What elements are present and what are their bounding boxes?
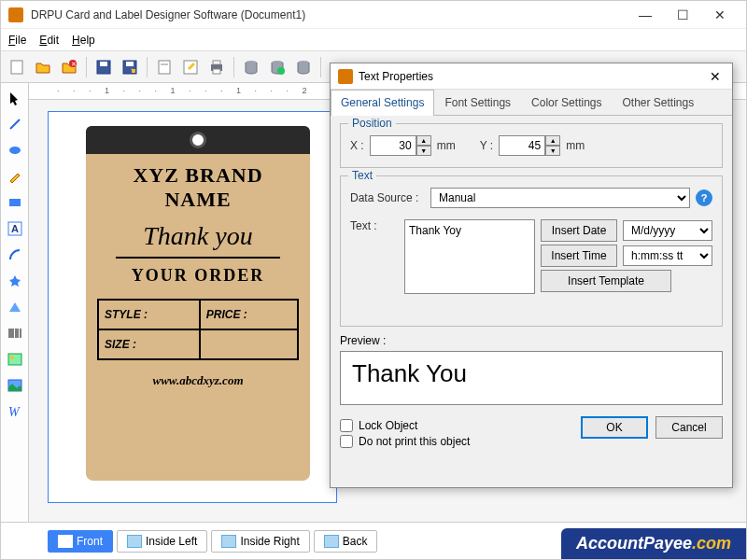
app-icon: [8, 7, 23, 22]
y-unit: mm: [566, 139, 585, 152]
watermark: AccountPayee.com: [561, 528, 746, 559]
database-add-icon[interactable]: [265, 55, 289, 79]
menu-help[interactable]: Help: [72, 34, 95, 47]
svg-point-29: [10, 356, 14, 359]
tag-style-cell: STYLE :: [98, 300, 200, 329]
tab-color-settings[interactable]: Color Settings: [521, 90, 612, 115]
menu-file[interactable]: File: [8, 34, 26, 47]
tag-brand-text[interactable]: XYZ BRAND NAME: [97, 163, 299, 212]
x-input[interactable]: [370, 135, 416, 156]
time-format-select[interactable]: h:mm:ss tt: [623, 245, 712, 266]
dialog-body: Position X : ▲▼ mm Y : ▲▼ mm Text D: [331, 116, 732, 487]
no-print-checkbox[interactable]: [340, 435, 353, 448]
tab-back[interactable]: Back: [314, 530, 378, 553]
close-button[interactable]: ✕: [701, 2, 739, 28]
wordart-icon[interactable]: W: [4, 400, 26, 423]
tag-empty-cell: [200, 329, 298, 359]
x-unit: mm: [437, 139, 456, 152]
pencil-icon[interactable]: [4, 165, 26, 188]
triangle-icon[interactable]: [4, 296, 26, 318]
design-canvas[interactable]: XYZ BRAND NAME Thank you YOUR ORDER STYL…: [48, 111, 337, 503]
text-properties-dialog: Text Properties ✕ General Settings Font …: [330, 63, 733, 488]
database-icon[interactable]: [239, 55, 263, 79]
tab-front[interactable]: Front: [48, 530, 113, 553]
ok-button[interactable]: OK: [581, 416, 648, 439]
template-icon[interactable]: [152, 55, 176, 79]
cancel-button[interactable]: Cancel: [655, 416, 723, 439]
x-spinner[interactable]: ▲▼: [370, 135, 431, 156]
x-down-icon[interactable]: ▼: [416, 146, 431, 156]
y-spinner[interactable]: ▲▼: [499, 135, 560, 156]
tag-size-cell: SIZE :: [98, 329, 200, 359]
database-refresh-icon[interactable]: [291, 55, 316, 79]
lock-object-label: Lock Object: [359, 419, 417, 432]
data-source-label: Data Source :: [350, 191, 425, 204]
preview-label: Preview :: [340, 334, 723, 347]
line-icon[interactable]: [4, 113, 26, 135]
tag-price-cell: PRICE :: [200, 300, 298, 329]
y-down-icon[interactable]: ▼: [545, 146, 560, 156]
new-icon[interactable]: [5, 55, 29, 79]
svg-rect-19: [9, 199, 21, 206]
save-as-icon[interactable]: [118, 55, 142, 79]
close-doc-icon[interactable]: ✕: [57, 55, 81, 79]
lock-object-checkbox[interactable]: [340, 419, 353, 432]
x-label: X :: [350, 139, 364, 152]
svg-text:A: A: [11, 223, 19, 234]
text-icon[interactable]: A: [4, 217, 26, 240]
open-icon[interactable]: [31, 55, 55, 79]
insert-time-button[interactable]: Insert Time: [541, 245, 617, 267]
tab-inside-right[interactable]: Inside Right: [211, 530, 309, 553]
help-icon[interactable]: ?: [696, 189, 712, 206]
ellipse-icon[interactable]: [4, 139, 26, 161]
svg-rect-7: [159, 61, 170, 74]
arc-icon[interactable]: [4, 244, 26, 266]
position-legend: Position: [348, 117, 396, 130]
star-icon[interactable]: [4, 270, 26, 292]
menu-edit[interactable]: Edit: [39, 34, 59, 47]
dialog-close-icon[interactable]: ✕: [706, 67, 725, 86]
tag-order-text[interactable]: YOUR ORDER: [97, 266, 299, 286]
image-icon[interactable]: [4, 348, 26, 371]
insert-template-button[interactable]: Insert Template: [541, 270, 671, 292]
text-textarea[interactable]: Thank Yoy: [404, 219, 535, 294]
tab-general-settings[interactable]: General Settings: [331, 90, 434, 116]
position-fieldset: Position X : ▲▼ mm Y : ▲▼ mm: [340, 123, 723, 168]
minimize-button[interactable]: —: [627, 2, 664, 28]
svg-rect-28: [8, 354, 21, 365]
y-up-icon[interactable]: ▲: [545, 135, 560, 146]
tab-other-settings[interactable]: Other Settings: [612, 90, 704, 115]
tag-thank-text[interactable]: Thank you: [97, 221, 299, 251]
svg-text:✕: ✕: [71, 61, 77, 67]
print-icon[interactable]: [204, 55, 229, 79]
edit-form-icon[interactable]: [178, 55, 203, 79]
picture-icon[interactable]: [4, 374, 26, 397]
text-legend: Text: [348, 169, 376, 182]
rectangle-icon[interactable]: [4, 191, 26, 214]
svg-rect-4: [100, 62, 107, 66]
window-title: DRPU Card and Label Designer Software (D…: [31, 8, 627, 21]
no-print-label: Do not print this object: [359, 435, 470, 448]
svg-rect-11: [213, 61, 220, 64]
save-icon[interactable]: [92, 55, 116, 79]
tag-design[interactable]: XYZ BRAND NAME Thank you YOUR ORDER STYL…: [86, 126, 310, 481]
tab-inside-left[interactable]: Inside Left: [117, 530, 207, 553]
dialog-icon: [338, 69, 353, 84]
dialog-titlebar: Text Properties ✕: [331, 63, 732, 90]
date-format-select[interactable]: M/d/yyyy: [623, 220, 712, 241]
tab-font-settings[interactable]: Font Settings: [434, 90, 521, 115]
y-input[interactable]: [499, 135, 545, 156]
maximize-button[interactable]: ☐: [664, 2, 701, 28]
data-source-select[interactable]: Manual: [430, 188, 690, 208]
svg-rect-0: [11, 61, 22, 74]
x-up-icon[interactable]: ▲: [416, 135, 431, 146]
svg-rect-12: [213, 69, 220, 74]
y-label: Y :: [480, 139, 493, 152]
pointer-icon[interactable]: [4, 87, 26, 109]
tag-url-text[interactable]: www.abcdxyz.com: [97, 373, 299, 388]
tag-table[interactable]: STYLE : PRICE : SIZE :: [97, 299, 299, 360]
insert-date-button[interactable]: Insert Date: [541, 219, 617, 242]
tag-divider: [116, 257, 280, 259]
barcode-icon[interactable]: [4, 322, 26, 344]
text-label: Text :: [350, 219, 399, 232]
